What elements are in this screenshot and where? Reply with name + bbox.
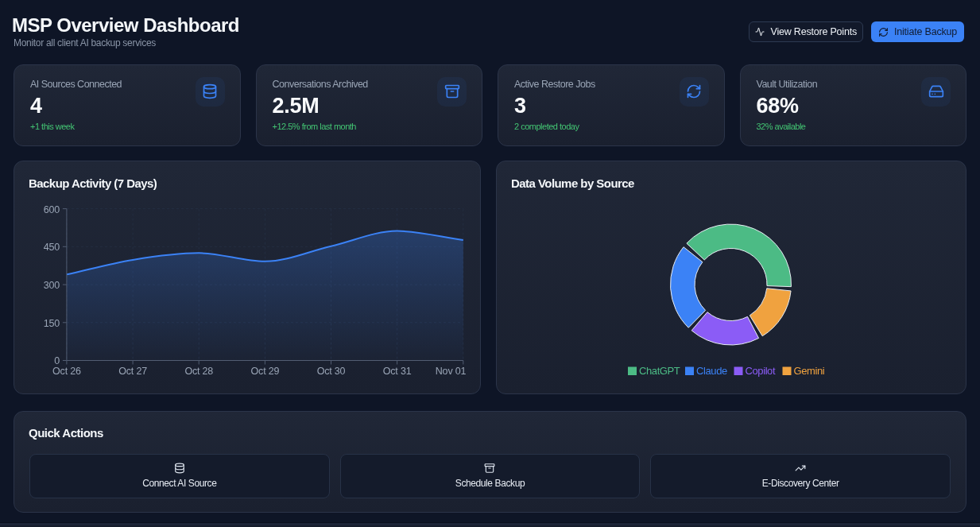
svg-text:Oct 27: Oct 27 [118, 365, 147, 376]
svg-text:Oct 31: Oct 31 [383, 365, 412, 376]
svg-text:Oct 29: Oct 29 [251, 365, 280, 376]
svg-text:Oct 30: Oct 30 [317, 365, 346, 376]
svg-text:Oct 26: Oct 26 [52, 365, 81, 376]
svg-text:150: 150 [44, 317, 60, 328]
svg-text:Nov 01: Nov 01 [436, 365, 467, 376]
svg-text:300: 300 [44, 280, 60, 291]
svg-text:Oct 28: Oct 28 [184, 365, 213, 376]
svg-text:Gemini: Gemini [794, 365, 825, 377]
svg-text:Claude: Claude [696, 365, 727, 377]
svg-text:600: 600 [44, 203, 60, 215]
svg-text:Copilot: Copilot [746, 365, 776, 377]
svg-text:450: 450 [44, 242, 60, 253]
svg-text:ChatGPT: ChatGPT [639, 365, 680, 377]
